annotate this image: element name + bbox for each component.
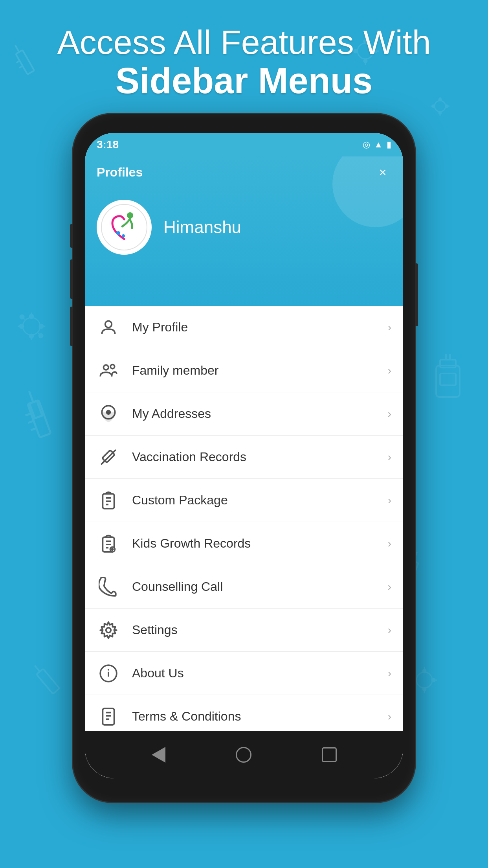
svg-point-24 xyxy=(29,314,33,318)
status-circle-icon: ◎ xyxy=(363,140,370,150)
status-time: 3:18 xyxy=(97,138,119,151)
svg-point-21 xyxy=(446,105,448,107)
svg-rect-35 xyxy=(28,400,51,438)
svg-point-54 xyxy=(423,688,426,691)
svg-point-66 xyxy=(104,365,109,370)
svg-line-33 xyxy=(38,333,41,336)
svg-rect-40 xyxy=(29,401,42,418)
document-icon xyxy=(97,705,120,728)
profiles-title: Profiles xyxy=(97,165,143,180)
chevron-right-icon: › xyxy=(388,321,391,334)
header-section: Access All Features With Sidebar Menus xyxy=(0,24,488,101)
info-icon xyxy=(97,662,120,685)
chevron-right-icon: › xyxy=(388,537,391,550)
map-pin-icon xyxy=(97,402,120,426)
chevron-right-icon: › xyxy=(388,408,391,420)
svg-point-20 xyxy=(432,105,435,107)
menu-item-vaccination-records[interactable]: Vaccination Records › xyxy=(85,436,403,479)
menu-list: My Profile › Family member › xyxy=(85,306,403,778)
user-icon xyxy=(97,316,120,339)
menu-item-settings[interactable]: Settings › xyxy=(85,609,403,652)
svg-point-65 xyxy=(105,321,112,327)
power-button xyxy=(415,263,418,326)
svg-line-60 xyxy=(35,666,40,671)
svg-point-19 xyxy=(439,112,441,114)
menu-item-my-addresses[interactable]: My Addresses › xyxy=(85,392,403,436)
menu-label-counselling-call: Counselling Call xyxy=(132,579,388,594)
svg-point-61 xyxy=(101,204,147,250)
menu-item-my-profile[interactable]: My Profile › xyxy=(85,306,403,349)
silent-button xyxy=(70,307,73,346)
menu-item-counselling-call[interactable]: Counselling Call › xyxy=(85,565,403,609)
menu-label-family-member: Family member xyxy=(132,363,388,378)
svg-line-37 xyxy=(26,414,31,416)
svg-rect-42 xyxy=(440,360,456,368)
svg-point-86 xyxy=(108,669,109,670)
syringe-icon xyxy=(97,445,120,469)
svg-point-52 xyxy=(423,669,426,673)
volume-down-button xyxy=(70,259,73,299)
menu-label-about-us: About Us xyxy=(132,666,388,680)
svg-line-38 xyxy=(28,421,34,423)
svg-point-30 xyxy=(39,324,43,328)
svg-point-58 xyxy=(432,679,435,682)
svg-point-64 xyxy=(122,234,125,237)
phone-mockup: 3:18 ◎ ▲ ▮ Profiles × xyxy=(73,114,415,802)
phone-icon xyxy=(97,575,120,599)
status-battery-icon: ▮ xyxy=(387,140,391,150)
menu-item-custom-package[interactable]: Custom Package › xyxy=(85,479,403,522)
clipboard-icon xyxy=(97,489,120,512)
menu-item-kids-growth-records[interactable]: + Kids Growth Records › xyxy=(85,522,403,565)
svg-point-32 xyxy=(20,315,24,319)
svg-point-22 xyxy=(23,318,40,335)
svg-rect-87 xyxy=(103,708,114,725)
phone-screen: 3:18 ◎ ▲ ▮ Profiles × xyxy=(85,133,403,778)
app-header: Profiles × xyxy=(85,156,403,306)
user-name: Himanshu xyxy=(163,217,241,237)
chevron-right-icon: › xyxy=(388,667,391,680)
header-title-line2: Sidebar Menus xyxy=(0,61,488,101)
svg-point-26 xyxy=(29,334,33,338)
svg-point-28 xyxy=(20,324,24,328)
chevron-right-icon: › xyxy=(388,494,391,507)
chevron-right-icon: › xyxy=(388,710,391,723)
chevron-right-icon: › xyxy=(388,451,391,463)
svg-rect-45 xyxy=(440,373,456,385)
menu-label-my-addresses: My Addresses xyxy=(132,406,388,421)
bottom-navigation xyxy=(85,731,403,778)
svg-point-63 xyxy=(116,231,120,235)
svg-line-31 xyxy=(22,317,25,320)
svg-text:+: + xyxy=(111,547,113,551)
chevron-right-icon: › xyxy=(388,581,391,593)
menu-item-family-member[interactable]: Family member › xyxy=(85,349,403,392)
svg-point-83 xyxy=(106,627,111,633)
menu-label-settings: Settings xyxy=(132,623,388,637)
phone-shell: 3:18 ◎ ▲ ▮ Profiles × xyxy=(73,114,415,802)
home-button[interactable] xyxy=(236,747,251,763)
svg-point-50 xyxy=(416,672,432,688)
menu-label-kids-growth-records: Kids Growth Records xyxy=(132,536,388,551)
chevron-right-icon: › xyxy=(388,364,391,377)
recents-button[interactable] xyxy=(322,747,337,762)
svg-point-13 xyxy=(435,101,446,112)
menu-label-custom-package: Custom Package xyxy=(132,493,388,508)
svg-line-39 xyxy=(31,428,36,430)
clipboard2-icon: + xyxy=(97,532,120,555)
avatar xyxy=(97,200,152,255)
status-signal-icon: ▲ xyxy=(374,140,383,150)
menu-item-about-us[interactable]: About Us › xyxy=(85,652,403,695)
menu-label-vaccination-records: Vaccination Records xyxy=(132,450,388,464)
status-icons: ◎ ▲ ▮ xyxy=(363,140,391,150)
back-button[interactable] xyxy=(152,747,165,763)
gear-icon xyxy=(97,618,120,642)
menu-label-my-profile: My Profile xyxy=(132,320,388,335)
menu-label-terms-conditions: Terms & Conditions xyxy=(132,709,388,724)
header-title-line1: Access All Features With xyxy=(0,24,488,61)
status-bar: 3:18 ◎ ▲ ▮ xyxy=(85,133,403,156)
svg-point-67 xyxy=(110,364,114,368)
volume-up-button xyxy=(70,224,73,248)
svg-line-36 xyxy=(29,391,33,402)
chevron-right-icon: › xyxy=(388,624,391,636)
svg-point-34 xyxy=(39,334,43,338)
users-icon xyxy=(97,359,120,383)
